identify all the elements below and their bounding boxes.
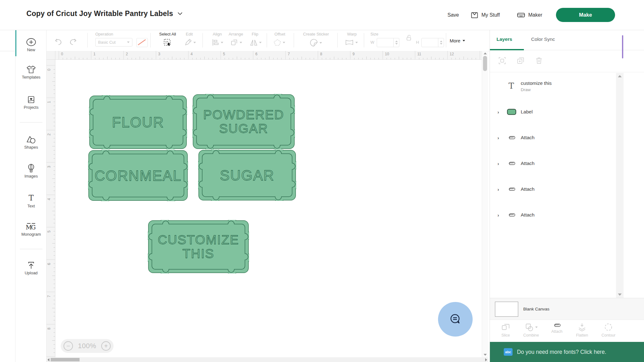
chevron-right-icon[interactable]: ›: [497, 187, 507, 192]
design-canvas[interactable]: FLOURPOWDEREDSUGARCORNMEALSUGARCUSTOMIZE…: [55, 60, 482, 357]
pantry-label-customize-this[interactable]: CUSTOMIZETHIS: [148, 220, 249, 273]
canvas-vertical-scrollbar[interactable]: [482, 51, 488, 357]
attach-button[interactable]: Attach: [551, 322, 562, 334]
duplicate-icon[interactable]: [517, 57, 525, 65]
slice-icon: [501, 322, 510, 332]
lock-open-icon[interactable]: [405, 34, 413, 41]
select-all-button[interactable]: [163, 38, 172, 47]
layers-panel: Layers Color Sync Tcustomize thisDraw›La…: [490, 30, 644, 362]
width-stepper[interactable]: [393, 38, 399, 47]
operation-select[interactable]: Basic Cut: [95, 38, 132, 47]
project-title-wrap[interactable]: Copy of Cricut Joy Writable Pantry Label…: [26, 9, 182, 18]
panel-scrollbar-thumb[interactable]: [622, 35, 623, 58]
layer-row-attach[interactable]: ›Attach: [490, 152, 616, 175]
pantry-label-flour[interactable]: FLOUR: [89, 95, 187, 149]
height-input[interactable]: [421, 38, 444, 47]
scrollbar-thumb[interactable]: [51, 358, 80, 361]
svg-text:3: 3: [158, 52, 160, 56]
layer-title: customize this: [521, 80, 552, 86]
chevron-right-icon[interactable]: ›: [497, 109, 507, 115]
action-label: Combine: [523, 333, 539, 337]
svg-text:G: G: [31, 224, 36, 231]
scroll-up-arrow[interactable]: [618, 75, 622, 77]
scroll-down-arrow[interactable]: [484, 354, 487, 356]
sidebar-item-templates[interactable]: Templates: [15, 65, 47, 80]
pantry-label-cornmeal[interactable]: CORNMEAL: [88, 150, 188, 201]
redo-icon[interactable]: [69, 38, 77, 46]
layer-row-attach[interactable]: ›Attach: [490, 178, 616, 200]
flatten-button[interactable]: Flatten: [576, 322, 588, 337]
zoom-out-button[interactable]: −: [64, 341, 73, 351]
scroll-right-arrow[interactable]: [485, 358, 487, 361]
sidebar-item-projects[interactable]: Projects: [15, 95, 47, 110]
canvas-color-swatch[interactable]: [495, 302, 518, 317]
sidebar-item-upload[interactable]: Upload: [15, 261, 47, 275]
scrollbar-thumb[interactable]: [483, 56, 487, 71]
slice-button[interactable]: Slice: [501, 322, 510, 337]
group-select-icon[interactable]: [498, 57, 506, 65]
delete-icon[interactable]: [535, 57, 543, 65]
width-input[interactable]: [377, 38, 399, 47]
make-button[interactable]: Make: [556, 8, 615, 22]
combine-button[interactable]: Combine: [523, 322, 539, 337]
scroll-up-arrow[interactable]: [484, 52, 487, 54]
sidebar-item-images[interactable]: Images: [15, 163, 47, 178]
blank-canvas-row[interactable]: Blank Canvas: [490, 298, 644, 320]
flip-button[interactable]: [250, 38, 262, 47]
layer-title: Attach: [521, 212, 535, 218]
chat-button[interactable]: [438, 302, 473, 337]
svg-text:6: 6: [47, 263, 51, 265]
pantry-label-sugar[interactable]: SUGAR: [198, 150, 296, 201]
warp-button[interactable]: [345, 38, 358, 47]
sidebar-item-monogram[interactable]: MGMonogram: [15, 222, 47, 237]
svg-text:6: 6: [255, 52, 258, 56]
horizontal-ruler: 012345678910111213: [55, 51, 482, 60]
sidebar-item-new[interactable]: New: [15, 38, 47, 52]
color-swatch-button[interactable]: [136, 38, 148, 47]
arrange-button[interactable]: [230, 38, 242, 47]
scroll-left-arrow[interactable]: [47, 358, 49, 361]
contour-button[interactable]: Contour: [602, 322, 615, 337]
canvas-horizontal-scrollbar[interactable]: [47, 357, 488, 362]
undo-icon[interactable]: [54, 38, 63, 46]
chevron-right-icon[interactable]: ›: [497, 135, 507, 140]
flatten-icon: [576, 322, 588, 332]
create-sticker-button[interactable]: [309, 38, 322, 47]
layer-row-attach[interactable]: ›Attach: [490, 126, 616, 149]
align-button[interactable]: [211, 38, 223, 47]
tab-layers[interactable]: Layers: [497, 36, 512, 42]
offset-button[interactable]: [273, 38, 285, 47]
sidebar-item-label: New: [15, 47, 47, 52]
height-stepper[interactable]: [438, 38, 444, 47]
save-button[interactable]: Save: [447, 0, 459, 30]
svg-text:T: T: [29, 194, 34, 202]
chevron-right-icon[interactable]: ›: [497, 161, 507, 166]
sidebar-item-label: Images: [15, 174, 47, 178]
fonts-banner[interactable]: abc Do you need more fonts? Click here.: [490, 342, 644, 362]
pantry-label-powdered-sugar[interactable]: POWDEREDSUGAR: [192, 94, 295, 149]
blank-canvas-label: Blank Canvas: [523, 307, 549, 311]
tab-color-sync[interactable]: Color Sync: [531, 36, 555, 42]
header-bar: Copy of Cricut Joy Writable Pantry Label…: [0, 0, 644, 30]
combine-icon: [523, 322, 539, 332]
chevron-right-icon[interactable]: ›: [497, 212, 507, 218]
sidebar-item-text[interactable]: TText: [15, 194, 47, 208]
machine-select-button[interactable]: Maker: [517, 0, 542, 30]
edit-button[interactable]: [184, 38, 196, 47]
layer-row-customize-this[interactable]: Tcustomize thisDraw: [490, 75, 616, 97]
layer-row-label[interactable]: ›Label: [490, 101, 616, 123]
chevron-down-icon[interactable]: [178, 12, 182, 15]
layers-scrollbar[interactable]: [616, 73, 624, 298]
scroll-down-arrow[interactable]: [618, 293, 622, 296]
more-button[interactable]: More: [450, 36, 465, 45]
toolbar-divider: [364, 33, 364, 47]
sidebar-item-shapes[interactable]: Shapes: [15, 135, 47, 150]
width-field-label: W: [370, 40, 374, 45]
my-stuff-button[interactable]: My Stuff: [470, 0, 500, 30]
attach-icon: [507, 161, 521, 166]
chevron-down-icon: [127, 41, 130, 43]
zoom-in-button[interactable]: +: [101, 341, 111, 351]
layer-row-attach[interactable]: ›Attach: [490, 204, 616, 226]
templates-icon: [15, 65, 47, 74]
svg-text:5: 5: [47, 230, 51, 233]
